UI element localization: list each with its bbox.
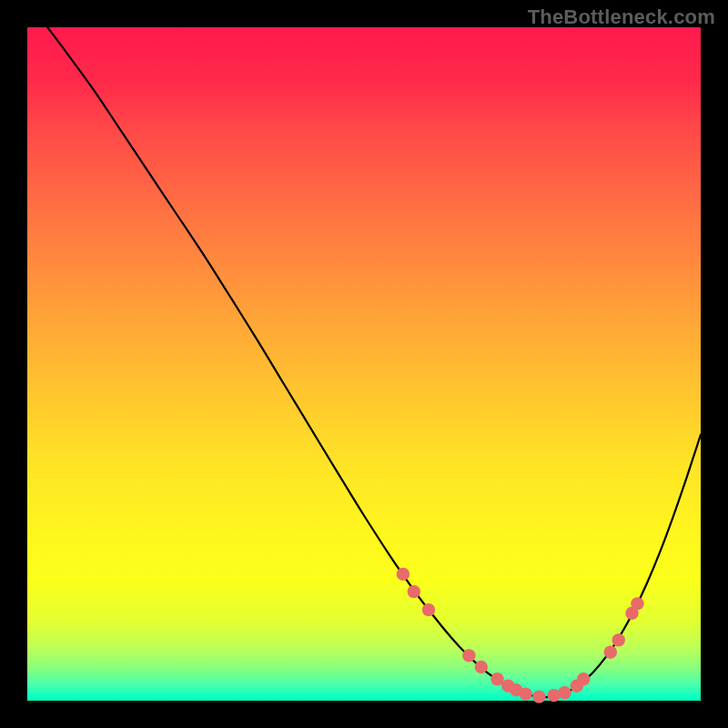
- chart-frame: TheBottleneck.com: [0, 0, 728, 728]
- data-point-marker: [475, 661, 488, 673]
- data-point-marker: [612, 633, 625, 646]
- chart-svg: [27, 27, 701, 701]
- data-point-marker: [631, 597, 643, 610]
- data-point-marker: [532, 690, 545, 703]
- data-point-marker: [604, 646, 617, 659]
- data-point-marker: [408, 585, 420, 598]
- data-point-marker: [462, 649, 475, 662]
- data-point-marker: [490, 672, 503, 685]
- markers-group: [397, 568, 644, 703]
- curve-line: [47, 27, 701, 697]
- data-point-marker: [577, 672, 590, 685]
- data-point-marker: [397, 568, 410, 581]
- data-point-marker: [422, 603, 435, 616]
- attribution-label: TheBottleneck.com: [528, 5, 715, 29]
- data-point-marker: [558, 686, 571, 699]
- plot-area: [27, 27, 701, 701]
- data-point-marker: [519, 687, 531, 700]
